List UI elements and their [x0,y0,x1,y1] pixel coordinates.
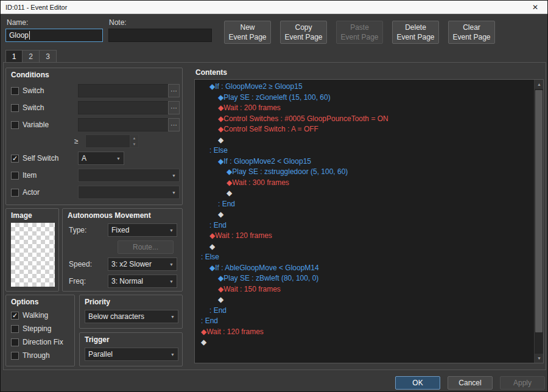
conditions-title: Conditions [11,71,49,79]
condition-item-checkbox[interactable]: Item [11,171,37,180]
event-command-line[interactable]: ◆ [195,337,534,348]
option-walking-checkbox[interactable]: ✓Walking [11,311,48,320]
option-direction-fix-checkbox[interactable]: Direction Fix [11,338,63,346]
option-stepping-checkbox[interactable]: Stepping [11,324,51,333]
event-command-line[interactable]: ◆Wait : 300 frames [195,178,534,189]
clear-event-page-button[interactable]: Clear Event Page [448,21,495,44]
ok-button[interactable]: OK [395,376,440,390]
tab-3[interactable]: 3 [40,50,57,63]
condition-variable-ellipsis-button[interactable]: ··· [168,118,180,131]
condition-switch2-label: Switch [23,103,44,112]
chevron-down-icon: ▼ [169,279,174,284]
movement-speed-value: 3: x2 Slower [111,260,152,268]
contents-title: Contents [195,68,227,77]
chevron-down-icon: ▼ [169,262,174,267]
close-icon[interactable]: ✕ [523,1,547,14]
note-input[interactable] [108,29,212,42]
vertical-scrollbar[interactable]: ▲ ▼ [534,80,543,363]
scrollbar-down-icon[interactable]: ▼ [535,354,544,363]
priority-select[interactable]: Below characters ▼ [85,310,178,323]
option-through-checkbox[interactable]: Through [11,351,50,360]
option-label: Through [23,351,50,360]
movement-freq-select[interactable]: 3: Normal ▼ [108,275,177,288]
checkbox-icon [11,104,19,112]
variable-amount-spinner[interactable]: ▲ ▼ [85,135,139,148]
event-command-line[interactable]: ◆If : AbleGloopMove < GloopM14 [195,263,534,274]
movement-type-select[interactable]: Fixed ▼ [108,223,177,237]
event-command-line[interactable]: ◆Wait : 120 frames [195,327,534,338]
event-command-line[interactable]: ◆If : GloopMove2 < Gloop15 [195,156,534,167]
event-command-line[interactable]: ◆Wait : 150 frames [195,284,534,295]
event-command-line[interactable]: : End [195,306,534,317]
checkbox-icon [11,87,19,95]
event-command-line[interactable]: ◆ [195,188,534,199]
event-command-line[interactable]: ◆Wait : 200 frames [195,103,534,114]
priority-value: Below characters [88,312,144,321]
apply-button[interactable]: Apply [500,376,545,390]
paste-event-page-button[interactable]: Paste Event Page [336,21,383,44]
spinner-value [86,135,130,147]
movement-title: Autonomous Movement [68,211,151,220]
checkbox-icon [11,172,19,180]
spinner-arrows: ▲ ▼ [130,135,138,147]
event-command-line[interactable]: ◆Wait : 120 frames [195,231,534,242]
event-command-line[interactable]: ◆If : GloopMove2 ≥ Gloop15 [195,82,534,93]
page-tabs: 123 [5,50,57,63]
event-command-line[interactable]: ◆Play SE : zBwleft (80, 100, 0) [195,273,534,284]
movement-speed-select[interactable]: 3: x2 Slower ▼ [108,257,177,271]
event-command-line[interactable]: : End [195,199,534,210]
image-group: Image [5,208,59,292]
event-command-line[interactable]: ◆ [195,135,534,146]
condition-self-switch-checkbox[interactable]: ✓ Self Switch [11,154,58,163]
condition-actor-label: Actor [23,188,40,197]
self-switch-value: A [82,154,86,163]
condition-switch1-ellipsis-button[interactable]: ··· [168,84,180,97]
character-image-picker[interactable] [11,223,55,287]
actor-select[interactable]: ▼ [78,186,180,199]
options-group: Options ✓WalkingSteppingDirection FixThr… [5,295,75,366]
condition-switch1-checkbox[interactable]: Switch [11,86,44,95]
spinner-down-icon[interactable]: ▼ [130,141,138,147]
scrollbar-up-icon[interactable]: ▲ [535,80,544,89]
movement-type-value: Fixed [111,226,129,234]
event-command-line[interactable]: ◆ [195,209,534,220]
trigger-select[interactable]: Parallel ▼ [85,348,178,361]
tab-2[interactable]: 2 [23,50,40,63]
item-select[interactable]: ▼ [78,169,180,182]
event-command-line[interactable]: ◆Play SE : zstruggledoor (5, 100, 60) [195,167,534,178]
tab-1[interactable]: 1 [5,50,23,63]
event-command-line[interactable]: ◆Control Switches : #0005 GloopPounceToo… [195,114,534,125]
route-button[interactable]: Route... [118,240,174,254]
image-title: Image [11,211,32,220]
name-input[interactable]: Gloop [5,29,103,42]
option-label: Stepping [23,324,51,333]
condition-item-label: Item [23,171,37,180]
scrollbar-thumb[interactable] [535,90,543,332]
spinner-up-icon[interactable]: ▲ [130,135,138,141]
condition-switch1-field[interactable] [78,84,169,97]
delete-event-page-button[interactable]: Delete Event Page [392,21,439,44]
event-contents-list[interactable]: ◆If : GloopMove2 ≥ Gloop15◆Play SE : zGo… [194,79,544,363]
condition-variable-checkbox[interactable]: Variable [11,121,49,129]
event-command-line[interactable]: ◆ [195,295,534,306]
event-command-line[interactable]: : Else [195,252,534,263]
new-event-page-button[interactable]: New Event Page [224,21,271,44]
event-command-line[interactable]: ◆ [195,242,534,253]
condition-actor-checkbox[interactable]: Actor [11,188,40,197]
event-command-line[interactable]: : Else [195,145,534,156]
event-command-line[interactable]: ◆Play SE : zGoneleft (15, 100, 60) [195,93,534,103]
chevron-down-icon: ▼ [170,315,175,319]
condition-switch2-checkbox[interactable]: Switch [11,103,44,112]
event-command-line[interactable]: : End [195,316,534,327]
event-command-line[interactable]: ◆Control Self Switch : A = OFF [195,124,534,135]
movement-speed-label: Speed: [69,260,92,268]
condition-switch2-ellipsis-button[interactable]: ··· [168,101,180,114]
copy-event-page-button[interactable]: Copy Event Page [280,21,327,44]
page-button-row: New Event PageCopy Event PagePaste Event… [224,21,495,44]
self-switch-select[interactable]: A ▼ [78,152,124,165]
condition-variable-field[interactable] [78,118,169,131]
cancel-button[interactable]: Cancel [448,376,493,390]
event-command-line[interactable]: : End [195,220,534,231]
condition-switch2-field[interactable] [78,101,169,114]
chevron-down-icon: ▼ [172,191,176,195]
